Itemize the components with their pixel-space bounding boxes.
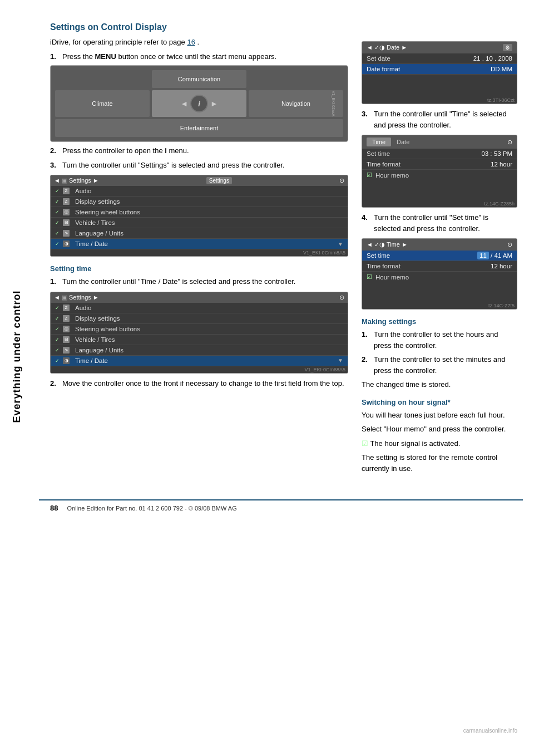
settime-hours: 11: [477, 252, 489, 259]
settings-steering-label: Steering wheel buttons: [75, 209, 140, 215]
menu-grid: Communication Climate ◄ i ► Navigation E…: [55, 70, 343, 137]
intro-period: .: [197, 38, 200, 46]
date-header-icon: ◄ ✓◑ Date ►: [367, 44, 407, 51]
timedate-header: Time Date ⊙: [362, 135, 517, 149]
step-3-content: Turn the controller until "Settings" is …: [62, 160, 348, 171]
i-button[interactable]: i: [190, 95, 208, 112]
i-bold: i: [165, 146, 167, 155]
right-step-3-num: 3.: [362, 109, 370, 130]
settings2-header-left: ◄ ▣ Settings ►: [54, 294, 99, 301]
making-step-2-num: 2.: [362, 354, 370, 376]
settime-row-hourmemo: ☑ Hour memo: [362, 272, 517, 282]
audio-icon: ✓: [55, 188, 60, 194]
timedate-row-settime: Set time 03 : 53 PM: [362, 149, 517, 159]
menu-entertainment: Entertainment: [55, 119, 343, 137]
intro-page-ref[interactable]: 16: [187, 38, 195, 46]
settings-row-vehicle: ✓ ⊟ Vehicle / Tires: [51, 218, 348, 228]
making-settings-title: Making settings: [362, 317, 517, 326]
settime-header: ◄ ✓◑ Time ► ⊙: [362, 239, 517, 251]
setting-time-step-2: 2. Move the controller once to the front…: [50, 378, 348, 389]
settime-rest: / 41 AM: [491, 252, 512, 259]
settime-row-format: Time format 12 hour: [362, 261, 517, 272]
vehicle-check: ✓: [55, 220, 60, 225]
s2-vehicle-icon: ⊟: [63, 336, 70, 343]
settings-row-audio: ✓ Z Audio: [51, 186, 348, 197]
s2-vehicle-check: ✓: [55, 337, 60, 342]
settime-hourmemo-label: Hour memo: [375, 274, 409, 281]
switching-para3: ☑ The hour signal is activated.: [362, 438, 517, 449]
settime2-label: Set time: [367, 252, 477, 259]
time-icon-box: ◑: [63, 240, 70, 247]
tab-time[interactable]: Time: [367, 138, 391, 146]
right-step-4: 4. Turn the controller until "Set time" …: [362, 212, 517, 234]
date-header-settings: ⚙: [503, 44, 512, 51]
switching-title: Switching on hour signal*: [362, 398, 517, 406]
steering-check: ✓: [55, 209, 60, 215]
arrow-left-icon: ◄: [180, 99, 188, 108]
vehicle-icon-box: ⊟: [63, 219, 70, 226]
s2-vehicle-label: Vehicle / Tires: [75, 336, 115, 343]
s2-audio-check: ✓: [55, 305, 60, 311]
time-check: ✓: [55, 241, 60, 247]
timedate-tabs: Time Date: [367, 138, 413, 146]
s2-audio-icon: Z: [63, 305, 70, 311]
settings-vehicle-label: Vehicle / Tires: [75, 219, 115, 226]
settime-empty: [362, 282, 517, 302]
hourmemo-check: ☑: [367, 171, 372, 179]
s2-display-label: Display settings: [75, 315, 120, 322]
s2-time-check: ✓: [55, 358, 60, 364]
sidebar-text: Everything under control: [11, 290, 23, 423]
settings-language-label: Language / Units: [75, 230, 123, 237]
tab-date[interactable]: Date: [393, 138, 413, 146]
step-1: 1. Press the MENU button once or twice u…: [50, 51, 348, 62]
settings-header-2: ◄ ▣ Settings ► ⊙: [51, 292, 348, 303]
right-step-3-content: Turn the controller until "Time" is sele…: [374, 109, 517, 130]
timedate-row-hourmemo: ☑ Hour memo: [362, 170, 517, 180]
s2-steering-check: ✓: [55, 326, 60, 332]
s2-audio-label: Audio: [75, 305, 91, 311]
settings-header: ◄ ▣ Settings ► Settings ⊙: [51, 175, 348, 186]
set-time-screen: ◄ ✓◑ Time ► ⊙ Set time 11 / 41 AM Time f…: [362, 238, 517, 310]
switching-para4: The setting is stored for the remote con…: [362, 452, 517, 474]
step-3: 3. Turn the controller until "Settings" …: [50, 160, 348, 171]
settings-time-label: Time / Date: [75, 240, 108, 247]
s2-language-check: ✓: [55, 347, 60, 353]
making-note: The changed time is stored.: [362, 379, 517, 390]
settings2-nav: ⊙: [339, 294, 344, 301]
timedate-caption: tz.14C-Z285h: [362, 200, 517, 207]
date-screen-caption: tz.3TI-06Czt: [362, 97, 517, 104]
timedate-row-format: Time format 12 hour: [362, 159, 517, 170]
two-col-layout: iDrive, for operating principle refer to…: [50, 37, 517, 477]
sidebar: Everything under control: [0, 0, 33, 713]
settime2-value: 11 / 41 AM: [477, 252, 512, 259]
s2-row-vehicle: ✓ ⊟ Vehicle / Tires: [51, 335, 348, 345]
menu-communication: Communication: [152, 70, 246, 88]
s2-language-icon: ∿: [63, 347, 70, 354]
setting-time-step-1: 1. Turn the controller until "Time / Dat…: [50, 276, 348, 287]
settings-row-language: ✓ ∿ Language / Units: [51, 228, 348, 239]
step-1-num: 1.: [50, 51, 59, 62]
settings-row-display: ✓ Z Display settings: [51, 197, 348, 207]
s2-time-label: Time / Date: [75, 357, 108, 364]
making-step-1-content: Turn the controller to set the hours and…: [374, 329, 517, 351]
setting-time-title: Setting time: [50, 264, 348, 273]
s2-steering-icon: ◎: [63, 326, 70, 332]
settime-hourmemo-check: ☑: [367, 273, 372, 281]
making-step-1-num: 1.: [362, 329, 370, 351]
page-footer: 88 Online Edition for Part no. 01 41 2 6…: [39, 499, 523, 516]
settings-header-right: Settings: [206, 177, 232, 184]
setting-time-step-1-content: Turn the controller until "Time / Date" …: [62, 276, 348, 287]
audio-icon-box: Z: [63, 188, 70, 194]
time-row-arrow: ▼: [338, 241, 343, 247]
step-2-content: Press the controller to open the i menu.: [62, 145, 348, 156]
right-step-4-num: 4.: [362, 212, 370, 234]
settime-value: 03 : 53 PM: [481, 150, 512, 157]
diagram-label-1: V1_EKI-02asA: [332, 91, 336, 116]
settings-screen-2: ◄ ▣ Settings ► ⊙ ✓ Z Audio ✓ Z Display s…: [50, 292, 348, 374]
settings-row-time: ✓ ◑ Time / Date ▼: [51, 239, 348, 249]
display-icon-box: Z: [63, 198, 70, 205]
making-step-1: 1. Turn the controller to set the hours …: [362, 329, 517, 351]
making-step-2: 2. Turn the controller to set the minute…: [362, 354, 517, 376]
setdate-label: Set date: [367, 55, 473, 62]
s2-row-language: ✓ ∿ Language / Units: [51, 345, 348, 356]
